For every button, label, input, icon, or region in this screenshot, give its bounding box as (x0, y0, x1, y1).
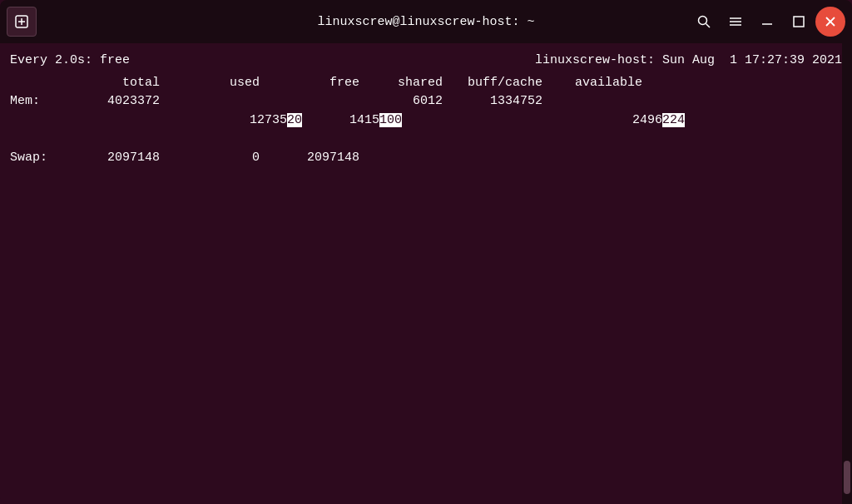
swap-label: Swap: (10, 149, 60, 168)
mem-available-highlight: 224 (662, 113, 685, 127)
terminal-body[interactable]: Every 2.0s: free linuxscrew-host: Sun Au… (0, 43, 852, 504)
new-tab-button[interactable] (7, 7, 37, 37)
swap-row: Swap: 2097148 0 2097148 (10, 149, 842, 168)
swap-shared (359, 149, 443, 168)
memory-table: total used free shared buff/cache availa… (10, 74, 842, 168)
header-total: total (60, 74, 160, 93)
header-label (10, 74, 60, 93)
status-line: Every 2.0s: free linuxscrew-host: Sun Au… (10, 52, 842, 71)
window-title: linuxscrew@linuxscrew-host: ~ (317, 15, 534, 29)
menu-button[interactable] (721, 7, 750, 37)
minimize-button[interactable] (752, 7, 782, 37)
svg-line-4 (706, 24, 711, 28)
table-header-row: total used free shared buff/cache availa… (10, 74, 842, 93)
svg-point-3 (699, 17, 707, 25)
titlebar-right (689, 7, 845, 37)
mem-free: 1415100 (260, 92, 359, 149)
close-button[interactable] (815, 7, 845, 37)
status-host-time: linuxscrew-host: Sun Aug 1 17:27:39 2021 (535, 52, 842, 71)
mem-total: 4023372 (60, 92, 160, 149)
svg-rect-9 (794, 17, 804, 27)
scrollbar-thumb[interactable] (844, 461, 850, 494)
swap-buff-cache (443, 149, 542, 168)
search-button[interactable] (689, 7, 719, 37)
mem-shared: 6012 (359, 92, 443, 149)
mem-row: Mem: 4023372 1273520 1415100 6012 133475… (10, 92, 842, 149)
header-free: free (260, 74, 359, 93)
header-buff-cache: buff/cache (443, 74, 542, 93)
mem-label: Mem: (10, 92, 60, 149)
swap-free: 2097148 (260, 149, 359, 168)
swap-available (542, 149, 642, 168)
header-available: available (542, 74, 642, 93)
mem-used: 1273520 (160, 92, 260, 149)
header-used: used (160, 74, 260, 93)
maximize-button[interactable] (784, 7, 814, 37)
scrollbar[interactable] (842, 43, 852, 504)
mem-available: 2496224 (542, 92, 642, 149)
swap-total: 2097148 (60, 149, 160, 168)
titlebar-left (7, 7, 37, 37)
mem-available-prefix: 2496 (632, 113, 662, 127)
titlebar: linuxscrew@linuxscrew-host: ~ (0, 0, 852, 43)
header-shared: shared (359, 74, 443, 93)
status-command: Every 2.0s: free (10, 52, 130, 71)
swap-used: 0 (160, 149, 260, 168)
mem-buff-cache: 1334752 (443, 92, 542, 149)
